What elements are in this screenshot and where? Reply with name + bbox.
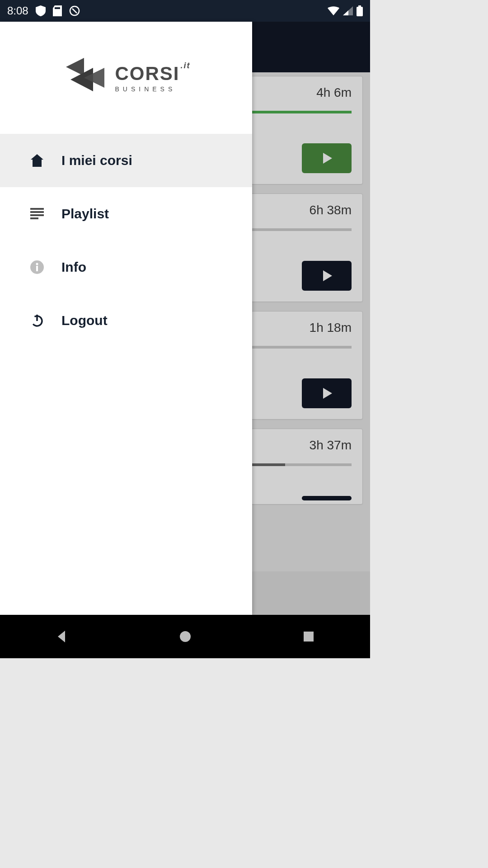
android-status-bar: 8:08	[0, 0, 370, 22]
info-icon	[29, 259, 45, 275]
nav-item-logout[interactable]: Logout	[0, 294, 252, 347]
status-left: 8:08	[7, 5, 80, 17]
svg-rect-6	[30, 211, 44, 213]
svg-rect-5	[30, 208, 44, 210]
battery-icon	[357, 5, 363, 16]
svg-rect-7	[30, 214, 44, 216]
logo-mark-icon	[61, 58, 107, 98]
status-time: 8:08	[7, 5, 28, 17]
wifi-icon	[328, 6, 339, 15]
navigation-drawer: CORSI .it BUSINESS I miei corsi Playlist…	[0, 22, 252, 615]
list-icon	[29, 206, 45, 222]
cell-signal-icon	[343, 6, 353, 15]
nav-item-info[interactable]: Info	[0, 241, 252, 294]
svg-rect-10	[36, 266, 38, 271]
drawer-nav: I miei corsi Playlist Info Logout	[0, 134, 252, 347]
logo-subtitle: BUSINESS	[115, 85, 190, 93]
logo-domain-text: .it	[181, 61, 191, 71]
nav-back-button[interactable]	[52, 627, 72, 646]
app-logo: CORSI .it BUSINESS	[0, 22, 252, 134]
svg-point-11	[36, 263, 38, 265]
no-sync-icon	[69, 5, 80, 16]
svg-rect-8	[30, 217, 38, 219]
nav-item-my-courses[interactable]: I miei corsi	[0, 134, 252, 187]
nav-item-label: Logout	[61, 313, 108, 328]
svg-rect-0	[55, 7, 60, 9]
logo-brand-text: CORSI	[115, 63, 179, 85]
android-nav-bar	[0, 615, 370, 658]
home-icon	[29, 152, 45, 169]
power-icon	[29, 312, 45, 329]
nav-home-button[interactable]	[175, 627, 195, 646]
nav-item-label: Playlist	[61, 206, 109, 222]
nav-item-label: I miei corsi	[61, 153, 132, 168]
svg-rect-13	[36, 315, 38, 321]
svg-rect-2	[357, 7, 363, 16]
status-right	[328, 5, 363, 16]
nav-recent-button[interactable]	[299, 627, 319, 646]
svg-rect-3	[358, 5, 361, 7]
shield-icon	[36, 5, 46, 16]
svg-rect-15	[304, 632, 314, 642]
svg-point-14	[180, 631, 191, 642]
nav-item-label: Info	[61, 259, 86, 275]
nav-item-playlist[interactable]: Playlist	[0, 187, 252, 241]
sd-card-icon	[53, 5, 62, 16]
